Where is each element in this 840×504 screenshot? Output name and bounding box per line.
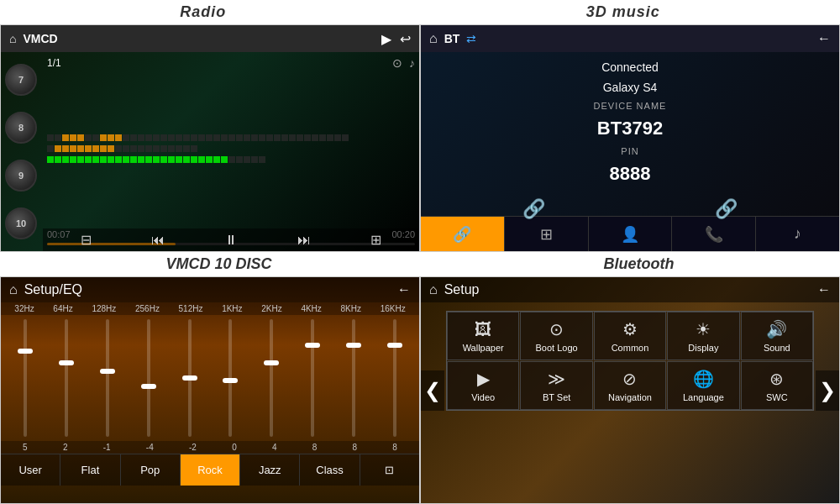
slider-64hz[interactable]	[65, 319, 68, 437]
slider-track-5[interactable]	[188, 319, 192, 437]
val-4k: 8	[312, 443, 318, 452]
btset-label: BT Set	[543, 392, 570, 402]
val-1k: 0	[232, 443, 237, 452]
preset-extra[interactable]: ⊡	[360, 454, 419, 486]
eq-back-icon[interactable]: ←	[397, 282, 411, 297]
slider-track-9[interactable]	[352, 319, 355, 437]
preset-pop[interactable]: Pop	[121, 454, 181, 486]
freq-128: 128Hz	[92, 304, 116, 313]
slider-thumb-5[interactable]	[182, 375, 197, 381]
slider-128hz[interactable]	[106, 319, 109, 437]
disc-10[interactable]: 10	[5, 207, 37, 239]
preset-class[interactable]: Class	[300, 454, 360, 486]
slider-thumb-10[interactable]	[387, 343, 402, 348]
wallpaper-label: Wallpaper	[463, 343, 504, 353]
setup-wallpaper[interactable]: 🖼 Wallpaper	[447, 312, 519, 360]
slider-track-1[interactable]	[24, 319, 27, 437]
slider-thumb-8[interactable]	[305, 343, 320, 348]
back-icon[interactable]: ↩	[400, 31, 411, 47]
disc-7[interactable]: 7	[5, 64, 37, 96]
slider-4khz[interactable]	[311, 319, 314, 437]
preset-user[interactable]: User	[1, 454, 60, 486]
eq-preset-row: User Flat Pop Rock Jazz Class ⊡	[1, 454, 419, 486]
bluetooth-label: Bluetooth	[604, 255, 675, 273]
slider-track-6[interactable]	[228, 319, 232, 437]
eq-panel: ⌂ Setup/EQ ← 32Hz 64Hz 128Hz 256Hz 512Hz…	[0, 276, 420, 504]
bootlogo-label: Boot Logo	[536, 343, 578, 353]
setup-navigation[interactable]: ⊘ Navigation	[594, 361, 666, 410]
slider-thumb-9[interactable]	[346, 343, 361, 348]
bt-device: Galaxy S4	[438, 81, 822, 94]
setup-nav-left-arrow[interactable]: ❮	[421, 370, 444, 411]
bt-nav-music[interactable]: ♪	[756, 217, 839, 251]
setup-back-icon[interactable]: ←	[817, 282, 831, 297]
slider-track-4[interactable]	[147, 319, 150, 437]
slider-512hz[interactable]	[188, 319, 192, 437]
setup-swc[interactable]: ⊛ SWC	[741, 361, 813, 410]
slider-2khz[interactable]	[270, 319, 273, 437]
vmcd-body: 7 8 9 10 1/1 ⊙ ♪	[1, 52, 419, 251]
disc-minus-btn[interactable]: ⊟	[81, 232, 92, 248]
bt-header: ⌂ BT ⇄ ←	[421, 25, 839, 52]
slider-thumb-2[interactable]	[59, 360, 74, 365]
slider-32hz[interactable]	[24, 319, 27, 437]
preset-flat[interactable]: Flat	[60, 454, 120, 486]
navigation-label: Navigation	[608, 392, 652, 402]
slider-8khz[interactable]	[352, 319, 355, 437]
eq-home-icon[interactable]: ⌂	[9, 282, 18, 297]
bt-panel: ⌂ BT ⇄ ← Connected Galaxy S4 DEVICE NAME…	[420, 24, 840, 252]
setup-display[interactable]: ☀ Display	[667, 312, 739, 360]
slider-thumb-4[interactable]	[141, 384, 156, 389]
play-icon[interactable]: ▶	[381, 31, 391, 47]
slider-track-3[interactable]	[106, 319, 109, 437]
setup-common[interactable]: ⚙ Common	[594, 312, 666, 360]
setup-video[interactable]: ▶ Video	[447, 361, 519, 410]
slider-track-7[interactable]	[270, 319, 273, 437]
slider-track-8[interactable]	[311, 319, 314, 437]
setup-language[interactable]: 🌐 Language	[667, 361, 739, 410]
slider-thumb-3[interactable]	[100, 369, 115, 374]
val-32: 5	[23, 443, 28, 452]
setup-btset[interactable]: ≫ BT Set	[520, 361, 592, 410]
preset-rock[interactable]: Rock	[181, 454, 240, 486]
sound-label: Sound	[764, 343, 790, 353]
eq-bars	[47, 70, 415, 228]
freq-1k: 1KHz	[222, 304, 242, 313]
setup-home-icon[interactable]: ⌂	[429, 282, 438, 297]
prev-btn[interactable]: ⏮	[151, 233, 165, 248]
slider-256hz[interactable]	[147, 319, 150, 437]
shuffle-icon[interactable]: ♪	[409, 56, 415, 70]
bt-nav-link[interactable]: 🔗	[421, 217, 505, 251]
bt-sync-icon[interactable]: ⇄	[466, 32, 476, 45]
bt-nav-phone[interactable]: 📞	[672, 217, 756, 251]
slider-track-2[interactable]	[65, 319, 68, 437]
video-label: Video	[471, 392, 495, 402]
slider-track-10[interactable]	[393, 319, 396, 437]
slider-16khz[interactable]	[393, 319, 396, 437]
disc-9[interactable]: 9	[5, 160, 37, 192]
next-btn[interactable]: ⏭	[297, 233, 311, 248]
setup-panel: ⌂ Setup ← ❮ 🖼 Wallpaper ⊙ Boot Logo ⚙ Co…	[420, 276, 840, 504]
home-icon[interactable]: ⌂	[9, 32, 16, 45]
bt-home-icon[interactable]: ⌂	[429, 31, 438, 46]
bt-nav-keypad[interactable]: ⊞	[505, 217, 589, 251]
setup-bootlogo[interactable]: ⊙ Boot Logo	[520, 312, 592, 360]
bt-header-left: ⌂ BT ⇄	[429, 31, 476, 46]
setup-sound[interactable]: 🔊 Sound	[741, 312, 813, 360]
disc-plus-btn[interactable]: ⊞	[370, 232, 381, 248]
repeat-icon[interactable]: ⊙	[392, 56, 402, 70]
disc-8[interactable]: 8	[5, 112, 37, 144]
setup-nav-right-arrow[interactable]: ❯	[816, 370, 839, 411]
val-2k: 4	[272, 443, 277, 452]
preset-jazz[interactable]: Jazz	[240, 454, 300, 486]
slider-1khz[interactable]	[228, 319, 232, 437]
slider-thumb-1[interactable]	[18, 349, 33, 354]
btset-icon: ≫	[548, 369, 565, 389]
3dmusic-label: 3D music	[586, 3, 660, 21]
slider-thumb-7[interactable]	[264, 360, 279, 365]
track-count: 1/1	[47, 57, 61, 69]
bt-nav-contacts[interactable]: 👤	[589, 217, 673, 251]
play-pause-btn[interactable]: ⏸	[224, 233, 238, 248]
slider-thumb-6[interactable]	[223, 378, 238, 383]
bt-back-icon[interactable]: ←	[817, 31, 831, 46]
